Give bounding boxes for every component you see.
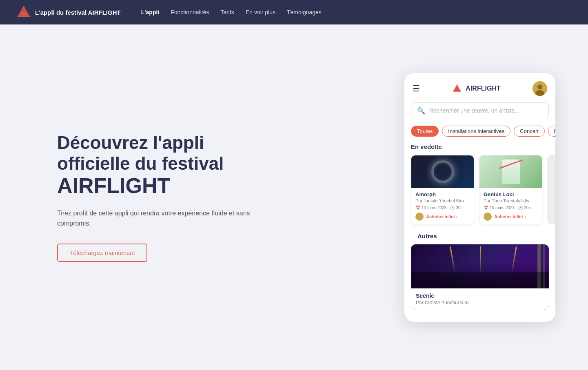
filter-chip-toutes[interactable]: Toutes — [411, 126, 439, 137]
card-genius-ticket-link[interactable]: Achetez billet › — [494, 214, 526, 219]
card-genius-footer: Achetez billet › — [484, 213, 538, 221]
phone-header: ☰ AIRFLIGHT — [404, 81, 555, 102]
phone-airflight-logo-icon — [452, 83, 462, 94]
phone-brand: AIRFLIGHT — [452, 83, 500, 94]
nav-link-appli[interactable]: L'appli — [141, 9, 160, 16]
hero-title: Découvrez l'appli officielle du festival… — [57, 133, 253, 198]
nav-link-en-voir-plus[interactable]: En voir plus — [246, 9, 275, 16]
card-genius-artist: Par Theo Triantafyllidis — [484, 198, 538, 203]
section-autres-title: Autres — [411, 233, 549, 244]
card-amorph-artist: Par l'artiste Yunchul Kim — [415, 198, 470, 203]
calendar-icon: 📅 — [484, 206, 488, 210]
card-amorph-avatar — [415, 213, 424, 221]
genius-line-icon — [499, 159, 522, 168]
autre-card-scenic[interactable]: Scenic Par l'artiste Yunchul Kim. — [411, 244, 549, 310]
nav-brand: L'appli du festival AIRFLIGHT — [16, 5, 121, 20]
card-amorph-date: 📅 10 mars 2023 — [415, 206, 446, 210]
user-avatar-icon — [533, 81, 547, 96]
card-genius-date: 📅 10 mars 2023 — [484, 206, 515, 210]
search-placeholder: Rechercher une œuvre, un artiste... — [429, 107, 519, 114]
autre-card-scenic-artist: Par l'artiste Yunchul Kim. — [416, 300, 544, 306]
hero-title-brand: AIRFLIGHT — [57, 174, 170, 197]
hero-title-part1: Découvrez l'appli officielle du festival — [57, 133, 224, 173]
phone-brand-name: AIRFLIGHT — [466, 85, 500, 92]
cards-row: Amorph Par l'artiste Yunchul Kim 📅 10 ma… — [404, 155, 555, 233]
autre-card-scenic-body: Scenic Par l'artiste Yunchul Kim. — [411, 288, 549, 310]
card-genius-image — [479, 155, 542, 188]
navbar: L'appli du festival AIRFLIGHT L'appli Fo… — [0, 0, 588, 24]
card-genius-time: 🕐 20h — [518, 206, 531, 210]
search-icon: 🔍 — [417, 107, 425, 115]
hamburger-icon[interactable]: ☰ — [413, 84, 420, 93]
filter-chip-performa[interactable]: Performa... — [548, 126, 555, 137]
hero-subtitle: Tirez profit de cette appli qui rendra v… — [57, 208, 253, 229]
card-amorph-footer: Achetez billet › — [415, 213, 470, 221]
concert-crowd-icon — [411, 272, 549, 288]
card-genius-title: Genius Loci — [484, 191, 538, 197]
download-cta-button[interactable]: Téléchargez maintenant — [57, 244, 147, 262]
nav-brand-label: L'appli du festival AIRFLIGHT — [35, 9, 121, 16]
genius-shape-icon — [502, 160, 520, 184]
hero-left: Découvrez l'appli officielle du festival… — [57, 133, 253, 262]
card-amorph-body: Amorph Par l'artiste Yunchul Kim 📅 10 ma… — [411, 188, 474, 224]
card-amorph-time: 🕐 20h — [450, 206, 463, 210]
nav-link-fonctionnalites[interactable]: Fonctionnalités — [171, 9, 209, 16]
card-partial — [547, 155, 555, 224]
clock-icon: 🕐 — [518, 206, 523, 210]
filter-chips: Toutes Installations interactives Concer… — [404, 126, 555, 143]
nav-link-tarifs[interactable]: Tarifs — [220, 9, 234, 16]
filter-chip-installations[interactable]: Installations interactives — [442, 126, 510, 137]
nav-links: L'appli Fonctionnalités Tarifs En voir p… — [141, 9, 322, 16]
card-genius-body: Genius Loci Par Theo Triantafyllidis 📅 1… — [479, 188, 542, 224]
card-amorph-ticket-link[interactable]: Achetez billet › — [426, 214, 458, 219]
hero-section: Découvrez l'appli officielle du festival… — [0, 24, 588, 370]
airflight-logo-icon — [16, 5, 31, 20]
nav-link-temoignages[interactable]: Témoignages — [287, 9, 322, 16]
search-bar[interactable]: 🔍 Rechercher une œuvre, un artiste... — [411, 102, 549, 119]
card-amorph-meta: 📅 10 mars 2023 🕐 20h — [415, 206, 470, 210]
calendar-icon: 📅 — [415, 206, 420, 210]
card-genius-meta: 📅 10 mars 2023 🕐 20h — [484, 206, 538, 210]
avatar[interactable] — [533, 81, 547, 96]
section-vedette-title: En vedette — [404, 143, 555, 155]
card-amorph-image — [411, 155, 474, 188]
card-genius-loci[interactable]: Genius Loci Par Theo Triantafyllidis 📅 1… — [479, 155, 542, 224]
card-amorph[interactable]: Amorph Par l'artiste Yunchul Kim 📅 10 ma… — [411, 155, 474, 224]
spotlight-2-icon — [480, 246, 481, 275]
amorph-ring-icon — [431, 160, 454, 183]
phone-mockup: ☰ AIRFLIGHT 🔍 Rechercher une œuvre, un a… — [404, 73, 555, 322]
card-genius-avatar — [484, 213, 492, 221]
clock-icon: 🕐 — [450, 206, 455, 210]
card-amorph-title: Amorph — [415, 191, 470, 197]
svg-point-6 — [537, 84, 542, 89]
filter-chip-concert[interactable]: Concert — [514, 126, 545, 137]
autre-card-scenic-title: Scenic — [416, 292, 544, 299]
autre-card-scenic-image — [411, 244, 549, 288]
section-autres: Autres Scenic Par l'artiste Yunchul Kim. — [404, 233, 555, 310]
